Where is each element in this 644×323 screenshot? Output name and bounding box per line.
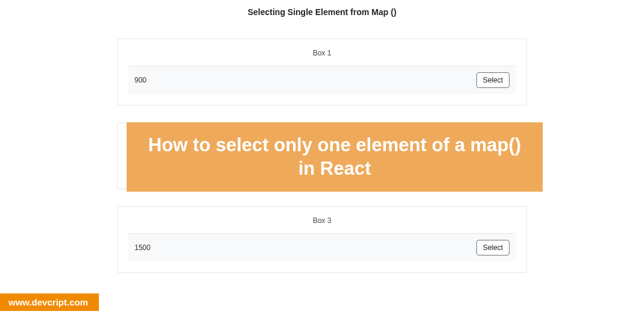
box-title: Box 3: [128, 216, 516, 225]
select-button[interactable]: Select: [476, 72, 510, 88]
box-row: 1500 Select: [128, 233, 516, 262]
watermark: www.devcript.com: [0, 293, 99, 311]
box-title: Box 1: [128, 49, 516, 57]
box-value: 900: [134, 76, 147, 84]
box-card-3: Box 3 1500 Select: [117, 206, 527, 273]
box-card-1: Box 1 900 Select: [117, 39, 527, 105]
page-title: Selecting Single Element from Map (): [0, 0, 644, 22]
overlay-banner: How to select only one element of a map(…: [127, 122, 543, 192]
box-value: 1500: [134, 243, 151, 252]
overlay-headline: How to select only one element of a map(…: [139, 134, 531, 181]
select-button[interactable]: Select: [476, 240, 510, 256]
box-row: 900 Select: [128, 66, 516, 94]
